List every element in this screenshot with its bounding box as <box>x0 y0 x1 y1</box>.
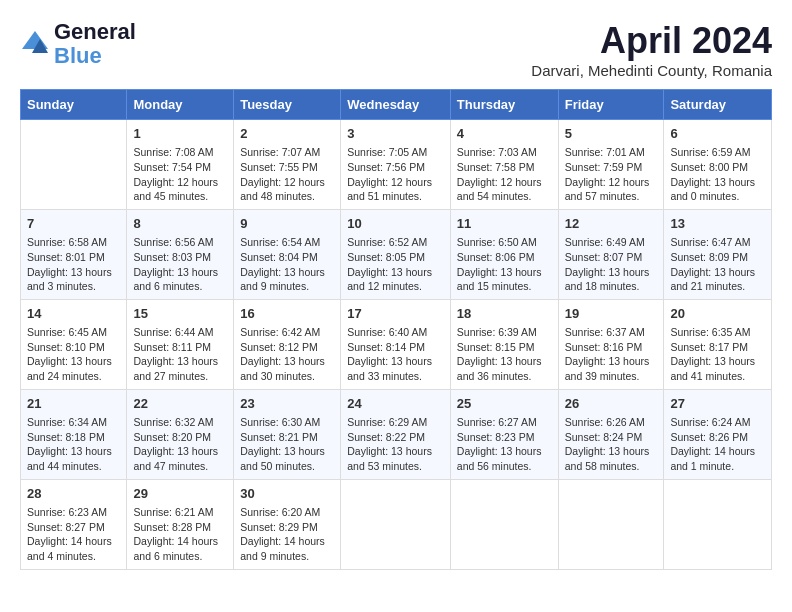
day-info: Sunrise: 6:37 AM Sunset: 8:16 PM Dayligh… <box>565 325 658 384</box>
day-info: Sunrise: 6:59 AM Sunset: 8:00 PM Dayligh… <box>670 145 765 204</box>
day-number: 14 <box>27 305 120 323</box>
day-info: Sunrise: 6:30 AM Sunset: 8:21 PM Dayligh… <box>240 415 334 474</box>
day-info: Sunrise: 6:27 AM Sunset: 8:23 PM Dayligh… <box>457 415 552 474</box>
header-saturday: Saturday <box>664 90 772 120</box>
day-number: 24 <box>347 395 444 413</box>
calendar-cell: 4Sunrise: 7:03 AM Sunset: 7:58 PM Daylig… <box>450 120 558 210</box>
calendar-week-row: 1Sunrise: 7:08 AM Sunset: 7:54 PM Daylig… <box>21 120 772 210</box>
day-number: 30 <box>240 485 334 503</box>
day-number: 9 <box>240 215 334 233</box>
calendar-cell: 16Sunrise: 6:42 AM Sunset: 8:12 PM Dayli… <box>234 299 341 389</box>
calendar-cell <box>341 479 451 569</box>
calendar-cell <box>450 479 558 569</box>
day-number: 1 <box>133 125 227 143</box>
calendar-cell <box>558 479 664 569</box>
day-info: Sunrise: 6:20 AM Sunset: 8:29 PM Dayligh… <box>240 505 334 564</box>
day-number: 22 <box>133 395 227 413</box>
calendar-cell <box>664 479 772 569</box>
day-info: Sunrise: 7:03 AM Sunset: 7:58 PM Dayligh… <box>457 145 552 204</box>
day-info: Sunrise: 6:21 AM Sunset: 8:28 PM Dayligh… <box>133 505 227 564</box>
day-number: 18 <box>457 305 552 323</box>
day-info: Sunrise: 6:56 AM Sunset: 8:03 PM Dayligh… <box>133 235 227 294</box>
calendar-cell: 23Sunrise: 6:30 AM Sunset: 8:21 PM Dayli… <box>234 389 341 479</box>
day-number: 23 <box>240 395 334 413</box>
location-subtitle: Darvari, Mehedinti County, Romania <box>531 62 772 79</box>
day-info: Sunrise: 6:54 AM Sunset: 8:04 PM Dayligh… <box>240 235 334 294</box>
day-info: Sunrise: 7:05 AM Sunset: 7:56 PM Dayligh… <box>347 145 444 204</box>
day-number: 17 <box>347 305 444 323</box>
day-info: Sunrise: 6:45 AM Sunset: 8:10 PM Dayligh… <box>27 325 120 384</box>
calendar-cell: 21Sunrise: 6:34 AM Sunset: 8:18 PM Dayli… <box>21 389 127 479</box>
day-number: 12 <box>565 215 658 233</box>
day-info: Sunrise: 6:34 AM Sunset: 8:18 PM Dayligh… <box>27 415 120 474</box>
calendar-cell: 11Sunrise: 6:50 AM Sunset: 8:06 PM Dayli… <box>450 209 558 299</box>
day-number: 16 <box>240 305 334 323</box>
day-number: 29 <box>133 485 227 503</box>
day-number: 13 <box>670 215 765 233</box>
calendar-cell: 18Sunrise: 6:39 AM Sunset: 8:15 PM Dayli… <box>450 299 558 389</box>
day-number: 27 <box>670 395 765 413</box>
logo-text-general: General <box>54 20 136 44</box>
day-number: 15 <box>133 305 227 323</box>
calendar-cell: 14Sunrise: 6:45 AM Sunset: 8:10 PM Dayli… <box>21 299 127 389</box>
day-info: Sunrise: 6:44 AM Sunset: 8:11 PM Dayligh… <box>133 325 227 384</box>
calendar-cell: 15Sunrise: 6:44 AM Sunset: 8:11 PM Dayli… <box>127 299 234 389</box>
calendar-cell <box>21 120 127 210</box>
calendar-cell: 7Sunrise: 6:58 AM Sunset: 8:01 PM Daylig… <box>21 209 127 299</box>
logo-icon <box>20 29 50 59</box>
title-area: April 2024 Darvari, Mehedinti County, Ro… <box>531 20 772 79</box>
calendar-cell: 8Sunrise: 6:56 AM Sunset: 8:03 PM Daylig… <box>127 209 234 299</box>
day-number: 4 <box>457 125 552 143</box>
day-number: 7 <box>27 215 120 233</box>
day-info: Sunrise: 7:07 AM Sunset: 7:55 PM Dayligh… <box>240 145 334 204</box>
calendar-cell: 9Sunrise: 6:54 AM Sunset: 8:04 PM Daylig… <box>234 209 341 299</box>
day-info: Sunrise: 6:26 AM Sunset: 8:24 PM Dayligh… <box>565 415 658 474</box>
calendar-cell: 2Sunrise: 7:07 AM Sunset: 7:55 PM Daylig… <box>234 120 341 210</box>
day-number: 3 <box>347 125 444 143</box>
calendar-week-row: 28Sunrise: 6:23 AM Sunset: 8:27 PM Dayli… <box>21 479 772 569</box>
day-info: Sunrise: 6:23 AM Sunset: 8:27 PM Dayligh… <box>27 505 120 564</box>
calendar-cell: 3Sunrise: 7:05 AM Sunset: 7:56 PM Daylig… <box>341 120 451 210</box>
calendar-cell: 22Sunrise: 6:32 AM Sunset: 8:20 PM Dayli… <box>127 389 234 479</box>
day-number: 5 <box>565 125 658 143</box>
calendar-week-row: 14Sunrise: 6:45 AM Sunset: 8:10 PM Dayli… <box>21 299 772 389</box>
header-sunday: Sunday <box>21 90 127 120</box>
calendar-cell: 5Sunrise: 7:01 AM Sunset: 7:59 PM Daylig… <box>558 120 664 210</box>
calendar-header-row: SundayMondayTuesdayWednesdayThursdayFrid… <box>21 90 772 120</box>
day-info: Sunrise: 7:08 AM Sunset: 7:54 PM Dayligh… <box>133 145 227 204</box>
day-info: Sunrise: 6:52 AM Sunset: 8:05 PM Dayligh… <box>347 235 444 294</box>
calendar-cell: 30Sunrise: 6:20 AM Sunset: 8:29 PM Dayli… <box>234 479 341 569</box>
day-info: Sunrise: 6:35 AM Sunset: 8:17 PM Dayligh… <box>670 325 765 384</box>
calendar-week-row: 7Sunrise: 6:58 AM Sunset: 8:01 PM Daylig… <box>21 209 772 299</box>
header-monday: Monday <box>127 90 234 120</box>
day-info: Sunrise: 6:49 AM Sunset: 8:07 PM Dayligh… <box>565 235 658 294</box>
day-number: 28 <box>27 485 120 503</box>
day-number: 25 <box>457 395 552 413</box>
calendar-cell: 10Sunrise: 6:52 AM Sunset: 8:05 PM Dayli… <box>341 209 451 299</box>
day-info: Sunrise: 6:24 AM Sunset: 8:26 PM Dayligh… <box>670 415 765 474</box>
calendar-table: SundayMondayTuesdayWednesdayThursdayFrid… <box>20 89 772 570</box>
calendar-cell: 28Sunrise: 6:23 AM Sunset: 8:27 PM Dayli… <box>21 479 127 569</box>
day-info: Sunrise: 7:01 AM Sunset: 7:59 PM Dayligh… <box>565 145 658 204</box>
day-number: 2 <box>240 125 334 143</box>
day-info: Sunrise: 6:58 AM Sunset: 8:01 PM Dayligh… <box>27 235 120 294</box>
header-tuesday: Tuesday <box>234 90 341 120</box>
day-info: Sunrise: 6:39 AM Sunset: 8:15 PM Dayligh… <box>457 325 552 384</box>
day-info: Sunrise: 6:47 AM Sunset: 8:09 PM Dayligh… <box>670 235 765 294</box>
day-info: Sunrise: 6:42 AM Sunset: 8:12 PM Dayligh… <box>240 325 334 384</box>
day-number: 20 <box>670 305 765 323</box>
calendar-cell: 1Sunrise: 7:08 AM Sunset: 7:54 PM Daylig… <box>127 120 234 210</box>
calendar-cell: 19Sunrise: 6:37 AM Sunset: 8:16 PM Dayli… <box>558 299 664 389</box>
calendar-cell: 26Sunrise: 6:26 AM Sunset: 8:24 PM Dayli… <box>558 389 664 479</box>
calendar-cell: 27Sunrise: 6:24 AM Sunset: 8:26 PM Dayli… <box>664 389 772 479</box>
day-info: Sunrise: 6:40 AM Sunset: 8:14 PM Dayligh… <box>347 325 444 384</box>
calendar-cell: 29Sunrise: 6:21 AM Sunset: 8:28 PM Dayli… <box>127 479 234 569</box>
calendar-cell: 12Sunrise: 6:49 AM Sunset: 8:07 PM Dayli… <box>558 209 664 299</box>
day-number: 10 <box>347 215 444 233</box>
page-header: General Blue April 2024 Darvari, Mehedin… <box>20 20 772 79</box>
day-info: Sunrise: 6:50 AM Sunset: 8:06 PM Dayligh… <box>457 235 552 294</box>
calendar-cell: 6Sunrise: 6:59 AM Sunset: 8:00 PM Daylig… <box>664 120 772 210</box>
calendar-week-row: 21Sunrise: 6:34 AM Sunset: 8:18 PM Dayli… <box>21 389 772 479</box>
calendar-cell: 13Sunrise: 6:47 AM Sunset: 8:09 PM Dayli… <box>664 209 772 299</box>
header-friday: Friday <box>558 90 664 120</box>
